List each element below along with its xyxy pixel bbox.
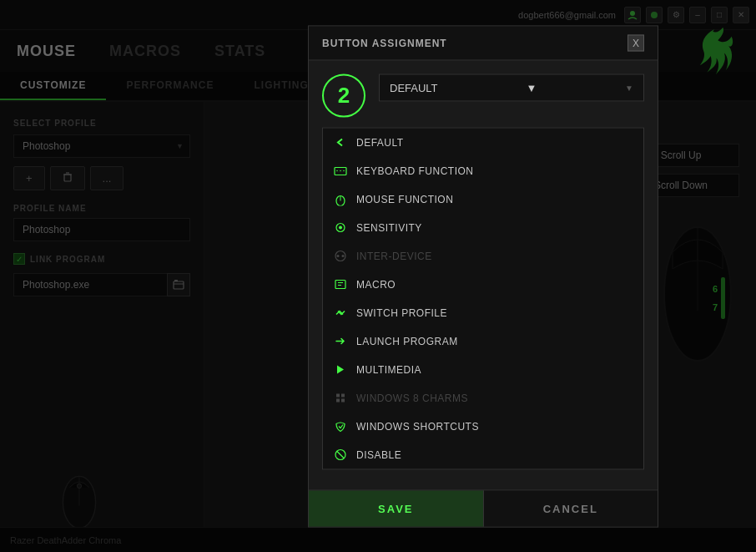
disable-icon <box>333 447 348 462</box>
menu-label-mouse: MOUSE FUNCTION <box>356 193 453 205</box>
menu-item-win8charms: WINDOWS 8 CHARMS <box>323 383 643 412</box>
switch-profile-icon <box>333 305 348 320</box>
menu-item-macro[interactable]: MACRO <box>323 270 643 298</box>
sensitivity-icon <box>333 220 348 235</box>
svg-point-22 <box>339 225 342 229</box>
win8-icon <box>333 390 348 405</box>
svg-marker-29 <box>337 365 344 373</box>
dialog-body: 2 DEFAULT ▼ DEFAULT KEYBOARD FUNCTI <box>309 60 658 483</box>
svg-rect-26 <box>335 280 345 288</box>
menu-item-sensitivity[interactable]: SENSITIVITY <box>323 213 643 241</box>
menu-label-sensitivity: SENSITIVITY <box>356 221 422 233</box>
svg-rect-31 <box>341 393 345 397</box>
arrow-left-icon <box>333 134 348 149</box>
menu-item-interdevice: INTER-DEVICE <box>323 241 643 270</box>
dropdown-arrow-icon: ▼ <box>526 81 537 94</box>
menu-label-disable: DISABLE <box>356 448 401 460</box>
button-number-badge: 2 <box>322 73 365 117</box>
interdevice-icon <box>333 248 348 263</box>
svg-point-24 <box>337 255 340 257</box>
assignment-dropdown[interactable]: DEFAULT ▼ <box>379 73 644 101</box>
menu-item-switch-profile[interactable]: SWITCH PROFILE <box>323 298 643 327</box>
menu-label-macro: MACRO <box>356 278 396 290</box>
menu-label-keyboard: KEYBOARD FUNCTION <box>356 165 474 176</box>
menu-item-default[interactable]: DEFAULT <box>323 128 643 156</box>
dialog-top: 2 DEFAULT ▼ <box>322 73 644 117</box>
menu-label-interdevice: INTER-DEVICE <box>356 250 432 261</box>
menu-item-multimedia[interactable]: MULTIMEDIA <box>323 355 643 383</box>
launch-program-icon <box>333 333 348 348</box>
menu-item-disable[interactable]: DISABLE <box>323 440 643 468</box>
menu-label-switch: SWITCH PROFILE <box>356 306 447 318</box>
selected-value: DEFAULT <box>390 81 438 94</box>
menu-item-launch-program[interactable]: LAUNCH PROGRAM <box>323 327 643 355</box>
dialog-footer: SAVE CANCEL <box>309 489 658 526</box>
menu-label-win8: WINDOWS 8 CHARMS <box>356 392 468 403</box>
dialog-header: BUTTON ASSIGNMENT X <box>309 26 658 60</box>
win-shortcuts-icon <box>333 418 348 433</box>
svg-rect-30 <box>336 393 340 397</box>
dialog-close-button[interactable]: X <box>627 34 644 51</box>
menu-label-default: DEFAULT <box>356 136 404 148</box>
menu-label-shortcuts: WINDOWS SHORTCUTS <box>356 420 479 432</box>
button-assignment-dialog: BUTTON ASSIGNMENT X 2 DEFAULT ▼ DEFAULT <box>308 25 658 527</box>
keyboard-icon <box>333 163 348 178</box>
dropdown-menu: DEFAULT KEYBOARD FUNCTION MOUSE FUNCTION… <box>322 127 644 469</box>
svg-rect-33 <box>341 398 345 402</box>
save-button[interactable]: SAVE <box>309 490 484 526</box>
multimedia-icon <box>333 362 348 377</box>
svg-line-35 <box>337 451 344 458</box>
svg-rect-32 <box>336 398 340 402</box>
menu-label-multimedia: MULTIMEDIA <box>356 363 421 375</box>
menu-label-launch: LAUNCH PROGRAM <box>356 335 458 347</box>
mouse-icon <box>333 191 348 206</box>
dialog-selector: DEFAULT ▼ <box>379 73 644 101</box>
macro-icon <box>333 276 348 291</box>
menu-item-mouse[interactable]: MOUSE FUNCTION <box>323 185 643 213</box>
menu-item-win-shortcuts[interactable]: WINDOWS SHORTCUTS <box>323 412 643 440</box>
dialog-title: BUTTON ASSIGNMENT <box>322 37 447 48</box>
menu-item-keyboard[interactable]: KEYBOARD FUNCTION <box>323 156 643 185</box>
svg-point-25 <box>342 255 345 257</box>
cancel-button[interactable]: CANCEL <box>484 490 658 526</box>
